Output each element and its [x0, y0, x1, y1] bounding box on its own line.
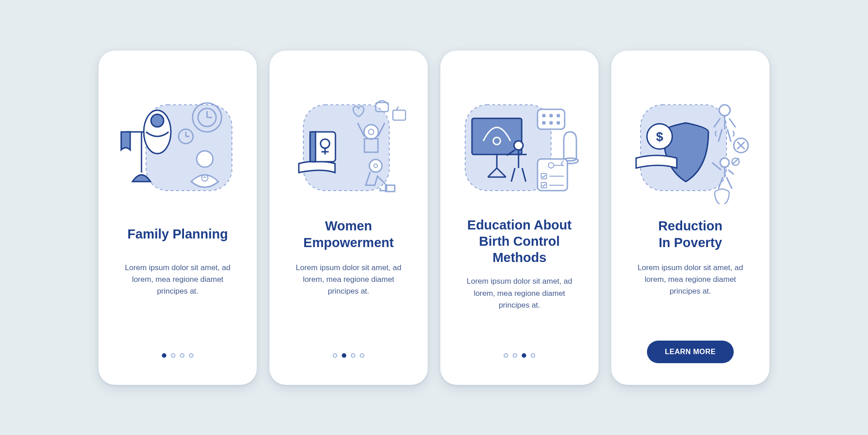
- pagination-dot[interactable]: [333, 353, 337, 358]
- svg-point-44: [549, 121, 553, 125]
- svg-point-5: [151, 114, 164, 127]
- pagination-dot[interactable]: [162, 353, 166, 358]
- svg-point-43: [542, 121, 546, 125]
- pagination-dot[interactable]: [351, 353, 355, 358]
- svg-point-58: [719, 105, 730, 116]
- pagination-dot[interactable]: [171, 353, 175, 358]
- card-title: Family Planning: [127, 217, 228, 252]
- onboarding-card-2: Women Empowerment Lorem ipsum dolor sit …: [269, 51, 428, 385]
- birth-control-education-illustration: [456, 78, 583, 204]
- pagination-dot[interactable]: [180, 353, 184, 358]
- card-title: Education About Birth Control Methods: [453, 217, 586, 266]
- svg-text:$: $: [656, 130, 663, 144]
- card-description: Lorem ipsum dolor sit amet, ad lorem, me…: [634, 262, 747, 298]
- pagination-dot[interactable]: [360, 353, 364, 358]
- svg-rect-47: [538, 159, 567, 191]
- card-description: Lorem ipsum dolor sit amet, ad lorem, me…: [121, 262, 234, 298]
- pagination-dot[interactable]: [504, 353, 508, 358]
- pagination-dot[interactable]: [522, 353, 526, 358]
- pagination-dots: [333, 353, 364, 358]
- family-planning-illustration: [114, 78, 241, 204]
- learn-more-button[interactable]: LEARN MORE: [647, 341, 734, 363]
- svg-point-45: [557, 121, 560, 125]
- svg-point-41: [549, 114, 553, 117]
- svg-rect-18: [310, 132, 316, 162]
- card-title: Reduction In Poverty: [658, 217, 722, 252]
- pagination-dots: [162, 353, 193, 358]
- poverty-reduction-illustration: $: [627, 78, 754, 204]
- pagination-dots: [504, 353, 535, 358]
- pagination-dot[interactable]: [531, 353, 535, 358]
- card-description: Lorem ipsum dolor sit amet, ad lorem, me…: [292, 262, 405, 298]
- svg-point-22: [364, 125, 378, 139]
- svg-rect-32: [472, 118, 522, 154]
- pagination-dot[interactable]: [513, 353, 517, 358]
- onboarding-card-4: $ Reduction In Poverty Lorem ipsum dolor…: [611, 51, 769, 385]
- svg-point-60: [720, 158, 729, 167]
- svg-rect-25: [393, 110, 406, 120]
- card-title: Women Empowerment: [303, 217, 394, 252]
- svg-point-38: [514, 141, 523, 150]
- pagination-dot[interactable]: [342, 353, 346, 358]
- pagination-dot[interactable]: [189, 353, 193, 358]
- onboarding-card-1: Family Planning Lorem ipsum dolor sit am…: [99, 51, 257, 385]
- svg-point-40: [542, 114, 546, 117]
- svg-rect-39: [538, 109, 565, 129]
- svg-point-13: [197, 151, 213, 167]
- card-description: Lorem ipsum dolor sit amet, ad lorem, me…: [463, 276, 576, 311]
- svg-point-42: [557, 114, 560, 117]
- onboarding-card-3: Education About Birth Control Methods Lo…: [440, 51, 599, 385]
- svg-point-27: [369, 159, 382, 172]
- women-empowerment-illustration: [285, 78, 412, 204]
